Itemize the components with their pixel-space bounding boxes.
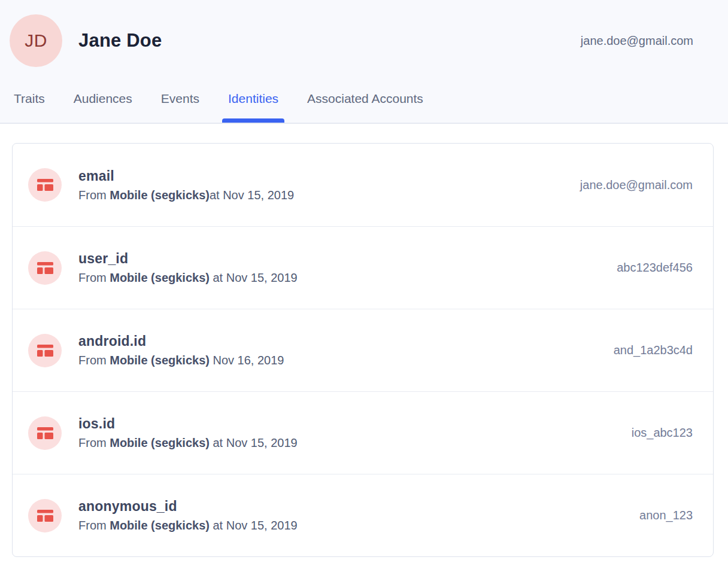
identity-origin: From Mobile (segkicks) at Nov 15, 2019 (78, 271, 298, 285)
origin-source: Mobile (segkicks) (110, 519, 210, 532)
tab-label: Traits (14, 92, 45, 105)
identities-card: email From Mobile (segkicks)at Nov 15, 2… (12, 143, 714, 557)
avatar-initials: JD (25, 31, 47, 51)
identity-value: ios_abc123 (632, 426, 693, 440)
profile-summary: JD Jane Doe jane.doe@gmail.com (0, 0, 728, 67)
identity-name: user_id (78, 251, 298, 267)
identity-value: abc123def456 (617, 261, 693, 275)
profile-tabs: Traits Audiences Events Identities Assoc… (0, 67, 728, 123)
source-layout-icon (28, 251, 62, 285)
tab-audiences[interactable]: Audiences (74, 92, 132, 123)
profile-email: jane.doe@gmail.com (581, 34, 693, 48)
origin-date: at Nov 15, 2019 (210, 188, 294, 202)
origin-prefix: From (78, 271, 110, 284)
source-layout-icon (28, 416, 62, 450)
origin-source: Mobile (segkicks) (110, 271, 210, 284)
tab-traits[interactable]: Traits (14, 92, 45, 123)
identity-name: email (78, 168, 294, 184)
identity-origin: From Mobile (segkicks) at Nov 15, 2019 (78, 519, 298, 532)
identity-name: ios.id (78, 416, 298, 432)
identity-name: anonymous_id (78, 498, 298, 515)
avatar: JD (10, 14, 62, 67)
active-tab-underline (222, 118, 284, 123)
origin-source: Mobile (segkicks) (110, 436, 210, 449)
origin-prefix: From (78, 354, 110, 367)
tab-label: Associated Accounts (307, 92, 423, 105)
source-layout-icon (28, 168, 62, 202)
identity-origin: From Mobile (segkicks) Nov 16, 2019 (78, 354, 284, 367)
tab-label: Audiences (74, 92, 132, 105)
profile-header: JD Jane Doe jane.doe@gmail.com Traits Au… (0, 0, 728, 124)
identity-text: android.id From Mobile (segkicks) Nov 16… (78, 333, 284, 367)
tab-associated-accounts[interactable]: Associated Accounts (307, 92, 423, 123)
tab-identities[interactable]: Identities (228, 92, 278, 123)
origin-date: at Nov 15, 2019 (210, 519, 298, 532)
tab-label: Identities (228, 92, 278, 105)
source-layout-icon (28, 499, 62, 532)
identity-name: android.id (78, 333, 284, 349)
profile-page: JD Jane Doe jane.doe@gmail.com Traits Au… (0, 0, 728, 566)
identity-value: anon_123 (639, 509, 693, 522)
identity-text: ios.id From Mobile (segkicks) at Nov 15,… (78, 416, 298, 450)
origin-prefix: From (78, 436, 110, 449)
identity-origin: From Mobile (segkicks) at Nov 15, 2019 (78, 436, 298, 450)
tab-events[interactable]: Events (161, 92, 199, 123)
tab-label: Events (161, 92, 199, 105)
identity-value: and_1a2b3c4d (614, 343, 693, 357)
origin-source: Mobile (segkicks) (110, 354, 210, 367)
identity-row-ios-id: ios.id From Mobile (segkicks) at Nov 15,… (13, 391, 713, 474)
origin-prefix: From (78, 519, 110, 532)
origin-source: Mobile (segkicks) (110, 188, 210, 202)
identity-value: jane.doe@gmail.com (580, 178, 693, 192)
origin-date: at Nov 15, 2019 (210, 271, 298, 284)
origin-prefix: From (78, 188, 110, 202)
identity-row-email: email From Mobile (segkicks)at Nov 15, 2… (13, 144, 713, 226)
page-title: Jane Doe (78, 30, 162, 51)
identity-row-user-id: user_id From Mobile (segkicks) at Nov 15… (13, 226, 713, 309)
identity-text: user_id From Mobile (segkicks) at Nov 15… (78, 251, 298, 285)
identity-row-android-id: android.id From Mobile (segkicks) Nov 16… (13, 309, 713, 391)
source-layout-icon (28, 334, 62, 367)
identity-row-anonymous-id: anonymous_id From Mobile (segkicks) at N… (13, 474, 713, 556)
origin-date: Nov 16, 2019 (210, 354, 284, 367)
identity-text: anonymous_id From Mobile (segkicks) at N… (78, 498, 298, 532)
identity-origin: From Mobile (segkicks)at Nov 15, 2019 (78, 188, 294, 202)
identity-text: email From Mobile (segkicks)at Nov 15, 2… (78, 168, 294, 202)
origin-date: at Nov 15, 2019 (210, 436, 298, 449)
